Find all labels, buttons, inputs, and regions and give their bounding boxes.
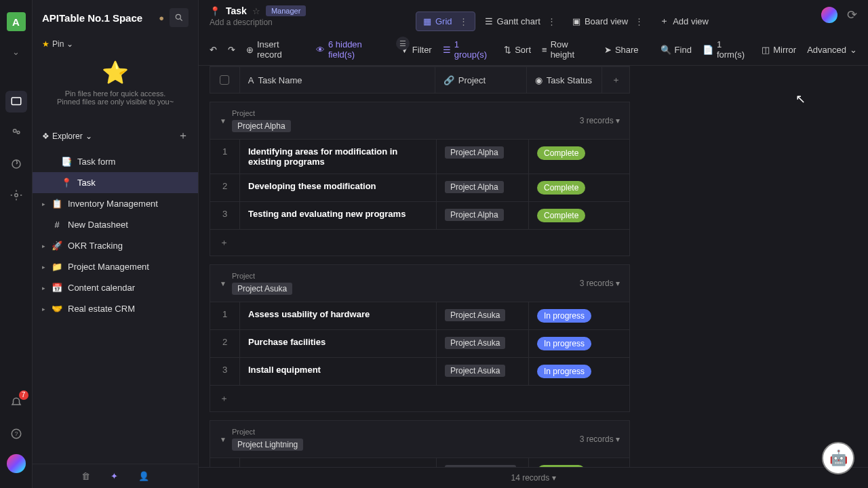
add-column-button[interactable]: ＋ [602, 67, 629, 93]
cell-task-name[interactable]: Developing these modification [240, 174, 437, 201]
insert-record-button[interactable]: ⊕Insert record [246, 39, 305, 60]
group-collapse-icon[interactable]: ▼ [220, 117, 226, 125]
record-count: 14 records ▾ [199, 467, 868, 488]
group-collapse-icon[interactable]: ▼ [220, 436, 226, 443]
mirror-button[interactable]: ◫Mirror [762, 45, 796, 55]
view-tab[interactable]: ☰Gantt chart⋮ [478, 12, 563, 30]
cell-status[interactable]: Complete [529, 458, 605, 467]
search-button[interactable] [170, 8, 189, 27]
cell-project[interactable]: Project Asuka [437, 330, 529, 357]
node-label: Real estate CRM [68, 304, 135, 314]
sort-button[interactable]: ⇅Sort [504, 45, 531, 55]
view-tab[interactable]: ▣Board view⋮ [566, 12, 650, 30]
view-icon: ＋ [660, 15, 669, 27]
assistant-button[interactable]: 🤖 [822, 442, 854, 474]
cell-project[interactable]: Project Lightning [437, 458, 529, 467]
sidebar-item[interactable]: ▸📋Inventory Management [33, 193, 198, 214]
view-tab[interactable]: ▦Grid⋮ [416, 12, 475, 31]
table-row[interactable]: 1Assess usability of hardwareProject Asu… [210, 302, 629, 329]
add-view-button[interactable]: ＋Add view [653, 11, 715, 31]
help-icon[interactable]: ? [5, 423, 27, 445]
cell-task-name[interactable]: Identifying areas for modification in ex… [240, 458, 437, 467]
column-project[interactable]: 🔗Project [435, 67, 527, 93]
settings-icon[interactable] [5, 184, 27, 206]
star-outline-icon[interactable]: ☆ [252, 6, 260, 16]
magic-icon[interactable]: ✦ [111, 471, 118, 481]
view-more-icon[interactable]: ⋮ [547, 16, 556, 26]
group-record-count[interactable]: 3 records ▾ [580, 116, 620, 125]
pin-toggle[interactable]: ★ Pin ⌄ [42, 39, 189, 49]
add-node-button[interactable]: ＋ [178, 129, 189, 143]
table-row[interactable]: 2Purchase facilitiesProject AsukaIn prog… [210, 329, 629, 357]
share-icon[interactable]: 👤 [138, 471, 149, 481]
template-icon[interactable] [5, 153, 27, 175]
view-more-icon[interactable]: ⋮ [459, 16, 468, 26]
expand-arrow-icon: ▸ [42, 243, 45, 249]
cell-task-name[interactable]: Identifying areas for modification in ex… [240, 140, 437, 174]
cell-project[interactable]: Project Alpha [437, 202, 529, 229]
column-status[interactable]: ◉Task Status [527, 67, 602, 93]
advanced-button[interactable]: Advanced⌄ [807, 45, 857, 55]
forms-button[interactable]: 📄1 form(s) [703, 39, 751, 60]
workbench-icon[interactable] [5, 91, 27, 113]
sync-icon[interactable]: ⟳ [847, 7, 857, 22]
table-row[interactable]: 1Identifying areas for modification in e… [210, 458, 629, 467]
chevron-down-icon: ⌄ [850, 45, 857, 55]
group-collapse-icon[interactable]: ▼ [220, 280, 226, 287]
cell-project[interactable]: Project Asuka [437, 358, 529, 385]
sidebar-item[interactable]: 📑Task form [33, 151, 198, 172]
cell-task-name[interactable]: Purchase facilities [240, 330, 437, 357]
share-button[interactable]: ➤Share [604, 45, 639, 55]
app-logo-icon[interactable] [7, 454, 26, 473]
table-row[interactable]: 2Developing these modificationProject Al… [210, 174, 629, 201]
group-record-count[interactable]: 3 records ▾ [580, 434, 620, 444]
cell-task-name[interactable]: Testing and evaluating new programs [240, 202, 437, 229]
cell-status[interactable]: Complete [529, 174, 605, 201]
notifications-icon[interactable]: 7 [5, 392, 27, 413]
sidebar-item[interactable]: ▸🤝Real estate CRM [33, 298, 198, 319]
sidebar-item[interactable]: ▸📅Content calendar [33, 277, 198, 298]
row-height-button[interactable]: ≡Row height [542, 39, 593, 60]
select-all-checkbox[interactable] [220, 75, 229, 85]
view-icon: ▣ [572, 16, 580, 26]
doc-title[interactable]: Task [226, 5, 247, 16]
redo-button[interactable]: ↷ [228, 45, 235, 55]
sidebar-item[interactable]: ▸📁Project Management [33, 256, 198, 277]
find-button[interactable]: 🔍Find [660, 45, 692, 55]
cell-status[interactable]: Complete [529, 202, 605, 229]
sidebar-item[interactable]: 📍Task [33, 172, 198, 193]
add-row-button[interactable]: ＋ [210, 229, 629, 256]
explorer-toggle[interactable]: ❖ Explorer ⌄ [42, 131, 178, 141]
workspace-avatar[interactable]: A [7, 12, 26, 31]
cell-project[interactable]: Project Alpha [437, 174, 529, 201]
cell-project[interactable]: Project Alpha [437, 140, 529, 174]
table-row[interactable]: 1Identifying areas for modification in e… [210, 139, 629, 174]
add-row-button[interactable]: ＋ [210, 385, 629, 411]
collapse-sidebar-button[interactable]: ☰ [396, 37, 410, 50]
table-row[interactable]: 3Testing and evaluating new programsProj… [210, 201, 629, 229]
cell-task-name[interactable]: Install equipment [240, 358, 437, 385]
contacts-icon[interactable] [5, 122, 27, 144]
row-number: 1 [210, 302, 240, 329]
cell-status[interactable]: Complete [529, 140, 605, 174]
view-more-icon[interactable]: ⋮ [635, 16, 644, 26]
hidden-fields-button[interactable]: 👁6 hidden field(s) [316, 39, 389, 60]
sidebar-item[interactable]: ▸🚀OKR Tracking [33, 235, 198, 256]
column-task-name[interactable]: ATask Name [240, 67, 435, 93]
group-button[interactable]: ☰1 group(s) [443, 39, 494, 60]
view-icon: ▦ [423, 16, 431, 26]
cell-status[interactable]: In progress [529, 302, 605, 329]
cell-project[interactable]: Project Asuka [437, 302, 529, 329]
chevron-down-icon[interactable]: ⌄ [5, 41, 27, 62]
undo-button[interactable]: ↶ [210, 45, 217, 55]
sidebar-item[interactable]: #New Datasheet [33, 214, 198, 235]
trash-icon[interactable]: 🗑 [81, 471, 90, 481]
expand-arrow-icon: ▸ [42, 306, 45, 312]
user-avatar[interactable] [821, 7, 837, 23]
cell-status[interactable]: In progress [529, 358, 605, 385]
cell-status[interactable]: In progress [529, 330, 605, 357]
table-row[interactable]: 3Install equipmentProject AsukaIn progre… [210, 357, 629, 385]
cell-task-name[interactable]: Assess usability of hardware [240, 302, 437, 329]
row-number: 1 [210, 140, 240, 174]
group-record-count[interactable]: 3 records ▾ [580, 279, 620, 288]
